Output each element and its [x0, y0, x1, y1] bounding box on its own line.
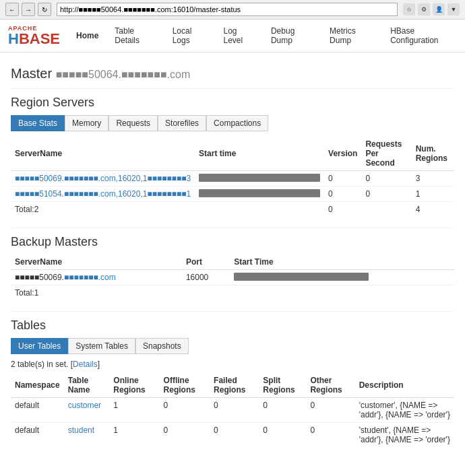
region-servers-title: Region Servers: [11, 96, 454, 110]
browser-icons: ☆ ⚙ 👤 ▼: [403, 3, 460, 15]
bm-server-prefix: ■■■■■50069.: [15, 273, 64, 282]
tab-system-tables[interactable]: System Tables: [68, 338, 135, 354]
bm-total-empty1: [182, 285, 230, 301]
total-rps: [361, 202, 411, 217]
nav-table-details[interactable]: Table Details: [106, 20, 164, 52]
divider-2: [11, 228, 454, 228]
region-servers-table: ServerName Start time Version Requests P…: [11, 137, 454, 217]
t-col-description: Description: [355, 373, 454, 398]
rps-1: 0: [361, 171, 411, 186]
nav-home[interactable]: Home: [68, 20, 106, 52]
rps-2: 0: [361, 186, 411, 202]
forward-button[interactable]: →: [22, 3, 35, 16]
tables-count: 2 table(s) in set.: [11, 360, 68, 369]
tab-memory[interactable]: Memory: [65, 115, 108, 131]
divider-1: [11, 88, 454, 89]
bm-progress-bar: [234, 273, 369, 281]
t-offline-2: 0: [160, 423, 210, 448]
table-row: default customer 1 0 0 0 0 'customer', {…: [11, 398, 454, 423]
t-offline-1: 0: [160, 398, 210, 423]
col-start-time: Start time: [195, 137, 324, 171]
nav-buttons: ← → ↻: [5, 3, 51, 16]
tab-requests[interactable]: Requests: [108, 115, 158, 131]
t-col-other: Other Regions: [306, 373, 354, 398]
t-failed-1: 0: [210, 398, 259, 423]
tables-tabs: User Tables System Tables Snapshots: [11, 338, 454, 354]
t-tablename-1[interactable]: customer: [68, 401, 101, 410]
nav-debug-dump[interactable]: Debug Dump: [263, 20, 321, 52]
region-servers-tabs: Base Stats Memory Requests Storefiles Co…: [11, 115, 454, 131]
t-online-1: 1: [109, 398, 159, 423]
regions-1: 3: [412, 171, 454, 186]
backup-masters-section: Backup Masters ServerName Port Start Tim…: [11, 235, 454, 300]
master-hostname: ■■■■■50064.■■■■■■■.com: [56, 69, 191, 80]
total-version: 0: [324, 202, 361, 217]
tables-details-link[interactable]: Details: [73, 360, 98, 369]
nav-log-level[interactable]: Log Level: [216, 20, 263, 52]
logo: APACHE HBASE: [0, 21, 68, 50]
bm-col-servername: ServerName: [11, 254, 182, 270]
back-button[interactable]: ←: [5, 3, 19, 16]
t-desc-1: 'customer', {NAME => 'addr'}, {NAME => '…: [355, 398, 454, 423]
progress-bar-2: [199, 189, 320, 197]
tab-snapshots[interactable]: Snapshots: [135, 338, 189, 354]
tab-compactions[interactable]: Compactions: [206, 115, 268, 131]
t-other-1: 0: [306, 398, 354, 423]
tables-table: Namespace Table Name Online Regions Offl…: [11, 373, 454, 447]
main-content: Master ■■■■■50064.■■■■■■■.com Region Ser…: [0, 53, 465, 465]
backup-masters-table: ServerName Port Start Time ■■■■■50069.■■…: [11, 254, 454, 300]
backup-masters-title: Backup Masters: [11, 235, 454, 249]
nav-metrics-dump[interactable]: Metrics Dump: [321, 20, 382, 52]
progress-bar-1: [199, 174, 320, 182]
bm-server-cell: ■■■■■50069.■■■■■■■.com: [11, 270, 182, 285]
t-namespace-2: default: [11, 423, 64, 448]
bm-col-port: Port: [182, 254, 230, 270]
tables-section: Tables User Tables System Tables Snapsho…: [11, 318, 454, 447]
main-nav: Home Table Details Local Logs Log Level …: [68, 20, 465, 52]
server-link-2[interactable]: ■■■■■51054.■■■■■■■.com,16020,1■■■■■■■■1: [15, 189, 191, 199]
t-namespace-1: default: [11, 398, 64, 423]
table-row: ■■■■■50069.■■■■■■■.com 16000: [11, 270, 454, 285]
nav-hbase-config[interactable]: HBase Configuration: [382, 20, 465, 52]
settings-icon: ⚙: [418, 3, 430, 15]
bm-total-label: Total:1: [11, 285, 182, 301]
regions-2: 1: [412, 186, 454, 202]
t-col-table-name: Table Name: [64, 373, 110, 398]
bm-total-empty2: [230, 285, 454, 301]
table-row: ■■■■■51054.■■■■■■■.com,16020,1■■■■■■■■1 …: [11, 186, 454, 202]
bm-server-link[interactable]: ■■■■■■■.com: [64, 273, 116, 282]
address-bar[interactable]: [57, 3, 398, 16]
col-servername: ServerName: [11, 137, 195, 171]
tables-title: Tables: [11, 318, 454, 333]
t-other-2: 0: [306, 423, 354, 448]
browser-bar: ← → ↻ ☆ ⚙ 👤 ▼: [0, 0, 465, 20]
version-2: 0: [324, 186, 361, 202]
total-empty: [195, 202, 324, 217]
tab-storefiles[interactable]: Storefiles: [158, 115, 206, 131]
ext-icon: ▼: [447, 3, 460, 15]
total-label: Total:2: [11, 202, 195, 217]
region-servers-section: Region Servers Base Stats Memory Request…: [11, 96, 454, 217]
version-1: 0: [324, 171, 361, 186]
server-link-1[interactable]: ■■■■■50069.■■■■■■■.com,16020,1■■■■■■■■3: [15, 174, 191, 183]
t-split-2: 0: [259, 423, 306, 448]
col-num-regions: Num. Regions: [412, 137, 454, 171]
col-requests-per-second: Requests Per Second: [361, 137, 411, 171]
t-col-failed: Failed Regions: [210, 373, 259, 398]
logo-hbase-text: HBASE: [8, 32, 60, 46]
nav-local-logs[interactable]: Local Logs: [164, 20, 216, 52]
divider-3: [11, 311, 454, 312]
user-icon: 👤: [433, 3, 445, 15]
star-icon: ☆: [403, 3, 415, 15]
t-online-2: 1: [109, 423, 159, 448]
t-col-online: Online Regions: [109, 373, 159, 398]
tab-base-stats[interactable]: Base Stats: [11, 115, 65, 131]
col-version: Version: [324, 137, 361, 171]
total-row: Total:2 0 4: [11, 202, 454, 217]
t-tablename-2[interactable]: student: [68, 426, 94, 435]
tab-user-tables[interactable]: User Tables: [11, 338, 68, 354]
t-failed-2: 0: [210, 423, 259, 448]
total-regions: 4: [412, 202, 454, 217]
refresh-button[interactable]: ↻: [38, 3, 51, 16]
master-label: Master: [11, 66, 52, 81]
